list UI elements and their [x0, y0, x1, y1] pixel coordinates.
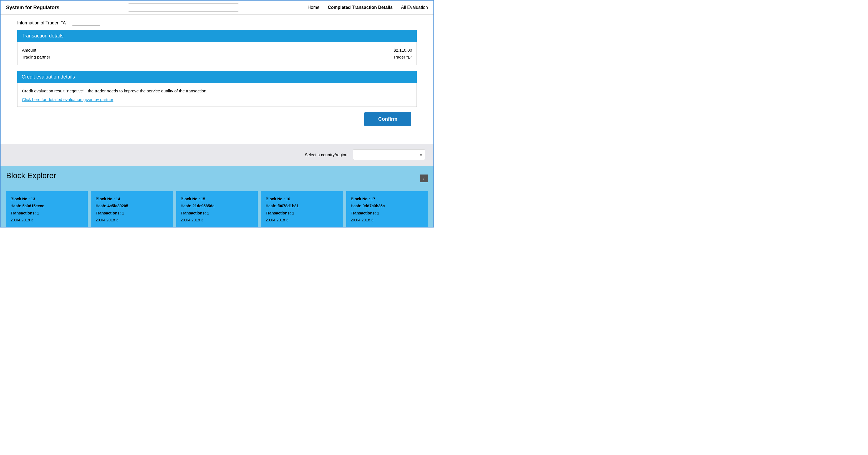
- credit-result-text: Credit evaluation result "negative" , th…: [22, 88, 412, 94]
- nav-home[interactable]: Home: [308, 5, 320, 10]
- trader-name-text: "A" :: [61, 21, 70, 26]
- block-hash: Hash: f0678d1b81: [266, 202, 338, 209]
- block-date: 20.04.2018 3: [95, 217, 168, 224]
- block-no: Block No.: 14: [95, 196, 168, 202]
- amount-value: $2,110.00: [394, 48, 412, 53]
- block-date: 20.04.2018 3: [351, 217, 424, 224]
- block-card[interactable]: Block No.: 16 Hash: f0678d1b81 Transacti…: [261, 191, 343, 228]
- trader-name-input[interactable]: [72, 20, 100, 26]
- transaction-details-box: Transaction details Amount $2,110.00 Tra…: [17, 30, 417, 65]
- nav-all-evaluation[interactable]: All Evaluation: [401, 5, 428, 10]
- block-transactions: Transactions: 1: [95, 210, 168, 217]
- country-label: Select a country/region:: [305, 152, 348, 157]
- block-hash: Hash: 0dd7c0b35c: [351, 202, 424, 209]
- block-no: Block No.: 13: [10, 196, 83, 202]
- main-content: Information of Trader "A" : Transaction …: [1, 15, 433, 140]
- block-no: Block No.: 16: [266, 196, 338, 202]
- block-card[interactable]: Block No.: 17 Hash: 0dd7c0b35c Transacti…: [346, 191, 428, 228]
- block-transactions: Transactions: 1: [266, 210, 338, 217]
- search-input[interactable]: [128, 3, 239, 12]
- confirm-button-wrapper: Confirm: [17, 112, 417, 126]
- block-explorer-title: Block Explorer: [6, 171, 56, 180]
- trading-partner-label: Trading partner: [22, 55, 50, 59]
- country-section: Select a country/region:: [1, 144, 433, 166]
- minimize-icon[interactable]: ↙: [420, 174, 428, 182]
- credit-evaluation-header: Credit evaluation details: [17, 71, 417, 83]
- block-explorer-section: Block Explorer ↙ Block No.: 13 Hash: 5a0…: [1, 166, 433, 228]
- block-card[interactable]: Block No.: 13 Hash: 5a0d15eece Transacti…: [6, 191, 88, 228]
- search-bar[interactable]: [128, 3, 239, 12]
- credit-evaluation-content: Credit evaluation result "negative" , th…: [17, 83, 417, 107]
- amount-row: Amount $2,110.00: [22, 46, 412, 54]
- brand-title: System for Regulators: [6, 5, 59, 10]
- block-transactions: Transactions: 1: [10, 210, 83, 217]
- block-hash: Hash: 5a0d15eece: [10, 202, 83, 209]
- block-cards: Block No.: 13 Hash: 5a0d15eece Transacti…: [6, 191, 428, 228]
- block-transactions: Transactions: 1: [351, 210, 424, 217]
- block-date: 20.04.2018 3: [181, 217, 253, 224]
- block-date: 20.04.2018 3: [266, 217, 338, 224]
- country-select[interactable]: [353, 149, 425, 160]
- trading-partner-row: Trading partner Trader "B": [22, 54, 412, 61]
- transaction-details-content: Amount $2,110.00 Trading partner Trader …: [17, 42, 417, 65]
- block-no: Block No.: 17: [351, 196, 424, 202]
- nav-links: Home Completed Transaction Details All E…: [308, 5, 428, 10]
- block-no: Block No.: 15: [181, 196, 253, 202]
- country-select-wrapper: [353, 149, 425, 160]
- block-explorer-header: Block Explorer ↙: [6, 171, 428, 186]
- trader-info-text: Information of Trader: [17, 21, 59, 26]
- trading-partner-value: Trader "B": [393, 55, 412, 59]
- trader-info-label: Information of Trader "A" :: [17, 20, 417, 26]
- transaction-details-header: Transaction details: [17, 30, 417, 42]
- amount-label: Amount: [22, 48, 36, 53]
- block-hash: Hash: 4c5fa30205: [95, 202, 168, 209]
- block-transactions: Transactions: 1: [181, 210, 253, 217]
- block-card[interactable]: Block No.: 15 Hash: 21de9585da Transacti…: [176, 191, 258, 228]
- credit-detail-link[interactable]: Click here for detailed evaluation given…: [22, 97, 113, 102]
- credit-evaluation-box: Credit evaluation details Credit evaluat…: [17, 71, 417, 107]
- block-date: 20.04.2018 3: [10, 217, 83, 224]
- confirm-button[interactable]: Confirm: [364, 112, 411, 126]
- navbar: System for Regulators Home Completed Tra…: [1, 1, 433, 15]
- block-hash: Hash: 21de9585da: [181, 202, 253, 209]
- block-card[interactable]: Block No.: 14 Hash: 4c5fa30205 Transacti…: [91, 191, 173, 228]
- nav-completed-transaction[interactable]: Completed Transaction Details: [328, 5, 393, 10]
